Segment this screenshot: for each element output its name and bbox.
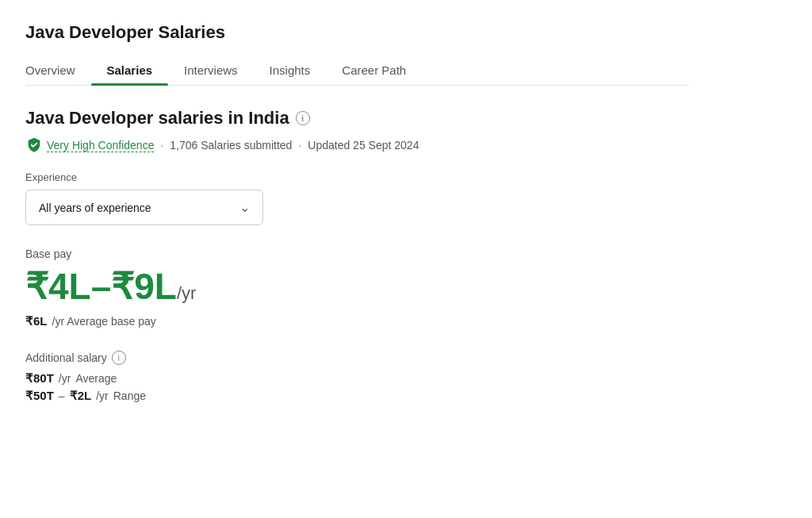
average-base-amount: ₹6L [25,314,48,328]
additional-salary-text: Additional salary [25,351,107,364]
chevron-down-icon: ⌄ [239,200,250,215]
tab-insights[interactable]: Insights [254,56,327,85]
additional-average-row: ₹80T /yr Average [25,371,688,386]
salary-range-high: ₹9L [111,265,177,308]
average-base-pay-row: ₹6L /yr Average base pay [25,314,688,328]
tab-overview[interactable]: Overview [25,56,91,85]
section-heading-text: Java Developer salaries in India [25,108,289,129]
additional-range-high: ₹2L [70,389,92,403]
salary-range: ₹4L – ₹9L /yr [25,265,688,308]
additional-range-row: ₹50T – ₹2L /yr Range [25,389,688,403]
additional-average-per-year: /yr [59,372,71,385]
salary-range-separator: – [91,265,112,308]
salaries-submitted: 1,706 Salaries submitted [170,139,292,152]
confidence-text: Very High Confidence [47,139,154,152]
updated-date: Updated 25 Sept 2024 [308,139,419,152]
dropdown-value: All years of experience [39,201,151,214]
additional-salary-label: Additional salary i [25,351,688,365]
tab-navigation: Overview Salaries Interviews Insights Ca… [25,56,688,86]
confidence-row: Very High Confidence · 1,706 Salaries su… [25,136,688,154]
additional-info-icon[interactable]: i [112,351,126,365]
average-base-label: /yr Average base pay [52,315,156,328]
tab-interviews[interactable]: Interviews [168,56,254,85]
page-title: Java Developer Salaries [25,22,688,43]
section-heading: Java Developer salaries in India i [25,108,688,129]
shield-icon [25,136,43,154]
tab-salaries[interactable]: Salaries [91,56,169,85]
confidence-dot: · [160,139,163,152]
additional-range-low: ₹50T [25,389,54,403]
salary-range-low: ₹4L [25,265,91,308]
additional-average-amount: ₹80T [25,371,54,386]
info-icon[interactable]: i [296,111,310,125]
additional-range-per-year: /yr [96,389,109,402]
base-pay-label: Base pay [25,247,688,260]
experience-label: Experience [25,171,688,183]
salary-per-year: /yr [177,283,196,304]
confidence-dot-2: · [298,139,301,152]
additional-average-label: Average [75,372,117,385]
confidence-badge[interactable]: Very High Confidence [25,136,154,154]
tab-career-path[interactable]: Career Path [326,56,422,85]
experience-dropdown[interactable]: All years of experience ⌄ [25,190,263,225]
additional-range-label: Range [113,389,146,402]
additional-range-separator: – [59,389,65,402]
